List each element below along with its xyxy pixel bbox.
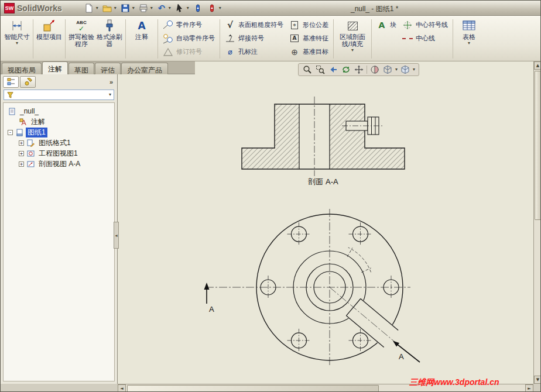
area-hatch-caret[interactable] xyxy=(351,48,354,53)
standard-views-caret[interactable] xyxy=(413,67,415,72)
tab-view-layout[interactable]: 视图布局 xyxy=(2,63,42,74)
print-caret[interactable] xyxy=(150,6,153,11)
vertical-scrollbar[interactable] xyxy=(533,61,541,384)
tree-filter-combo[interactable] xyxy=(4,90,114,100)
drawing-canvas[interactable]: 剖面 A-A xyxy=(118,74,533,384)
standard-views-button[interactable] xyxy=(400,64,410,75)
smart-dimension-button[interactable]: 智能尺寸 xyxy=(3,18,31,60)
undo-caret[interactable] xyxy=(169,6,171,11)
graphics-viewport[interactable]: 剖面 A-A xyxy=(118,61,533,384)
table-caret[interactable] xyxy=(468,41,470,46)
save-button[interactable] xyxy=(118,2,132,15)
revision-symbol-button[interactable]: 修订符号 xyxy=(160,45,218,59)
section-view-tree-icon xyxy=(26,160,35,168)
open-button[interactable] xyxy=(100,2,114,15)
horizontal-scroll-thumb[interactable] xyxy=(127,385,379,392)
new-document-button[interactable] xyxy=(82,2,96,15)
display-style-button[interactable] xyxy=(382,64,393,75)
command-manager-tabs: 视图布局 注解 草图 评估 办公室产品 xyxy=(2,61,169,74)
datum-feature-label: 基准特征 xyxy=(303,34,328,43)
scroll-right-button[interactable] xyxy=(525,384,533,392)
model-items-icon xyxy=(42,18,56,33)
tab-annotation[interactable]: 注解 xyxy=(42,61,68,74)
weld-symbol-button[interactable]: 焊接符号 xyxy=(222,32,286,45)
view-settings-button[interactable] xyxy=(191,2,205,15)
rebuild-button[interactable] xyxy=(205,2,219,15)
select-button[interactable] xyxy=(173,2,187,15)
tab-evaluate[interactable]: 评估 xyxy=(95,63,121,74)
datum-feature-icon xyxy=(290,35,299,42)
open-caret[interactable] xyxy=(114,6,117,11)
save-icon xyxy=(121,4,130,13)
tree-expand-toggle[interactable] xyxy=(19,161,24,167)
table-label: 表格 xyxy=(463,33,475,40)
auto-balloon-button[interactable]: 自动零件序号 xyxy=(160,32,218,45)
section-view-button[interactable] xyxy=(369,64,380,75)
tab-office-products[interactable]: 办公室产品 xyxy=(121,63,168,74)
tree-expand-toggle[interactable] xyxy=(19,151,24,156)
ribbon-separator xyxy=(220,19,220,59)
center-mark-button[interactable]: 中心符号线 xyxy=(399,18,451,32)
new-document-caret[interactable] xyxy=(96,6,98,11)
undo-button[interactable] xyxy=(155,2,169,15)
tree-item-drawing-view[interactable]: 工程图视图1 xyxy=(5,148,113,159)
scroll-down-button[interactable] xyxy=(534,376,541,384)
block-button[interactable]: 块 xyxy=(374,18,399,32)
display-style-caret[interactable] xyxy=(395,67,398,72)
feature-manager-tab[interactable] xyxy=(3,76,19,88)
select-caret[interactable] xyxy=(187,6,189,11)
tree-item-section-view[interactable]: 剖面视图 A-A xyxy=(5,159,113,169)
pan-button[interactable] xyxy=(354,64,364,75)
smart-dimension-caret[interactable] xyxy=(16,41,18,46)
rotate-view-icon xyxy=(341,65,351,74)
section-view-drawing[interactable]: 剖面 A-A xyxy=(242,97,405,186)
centerline-button[interactable]: 中心线 xyxy=(399,32,451,45)
panel-expand-chevron[interactable] xyxy=(108,78,114,85)
rotate-view-button[interactable] xyxy=(341,64,351,75)
note-button[interactable]: 注释 xyxy=(128,18,156,60)
spell-checker-button[interactable]: ABC 拼写检验程序 xyxy=(67,18,95,60)
model-items-button[interactable]: 模型项目 xyxy=(35,18,63,60)
scrollbar-corner xyxy=(533,384,541,392)
tree-expand-toggle[interactable] xyxy=(19,140,24,146)
panel-splitter-handle[interactable] xyxy=(114,222,119,249)
hole-callout-button[interactable]: 孔标注 xyxy=(222,45,286,59)
table-button[interactable]: 表格 xyxy=(455,18,483,60)
weld-symbol-icon xyxy=(225,33,235,44)
geometric-tolerance-button[interactable]: 形位公差 xyxy=(286,18,331,32)
previous-view-button[interactable] xyxy=(328,64,338,75)
property-manager-tab[interactable] xyxy=(20,76,36,88)
datum-target-button[interactable]: 基准目标 xyxy=(286,45,331,59)
scroll-left-button[interactable] xyxy=(118,384,126,392)
feature-manager-panel: _null_ 注解 图纸1 图纸格式1 xyxy=(1,74,118,384)
zoom-fit-button[interactable] xyxy=(302,64,313,75)
surface-finish-label: 表面粗糙度符号 xyxy=(238,20,283,29)
scroll-up-button[interactable] xyxy=(534,61,541,70)
tree-item-sheet-format[interactable]: 图纸格式1 xyxy=(5,137,113,148)
datum-target-label: 基准目标 xyxy=(303,47,328,56)
circular-view-drawing[interactable]: A A xyxy=(204,209,420,367)
tab-sketch[interactable]: 草图 xyxy=(69,63,94,74)
drawing-view-icon xyxy=(26,149,35,157)
surface-finish-button[interactable]: 表面粗糙度符号 xyxy=(222,18,286,32)
tree-item-sheet1[interactable]: 图纸1 xyxy=(5,127,113,137)
ribbon-separator xyxy=(333,19,334,59)
tree-annotations-label: 注解 xyxy=(29,117,47,127)
tree-item-root[interactable]: _null_ xyxy=(5,106,113,116)
area-hatch-button[interactable]: 区域剖面线/填充 xyxy=(335,18,369,60)
save-caret[interactable] xyxy=(132,6,135,11)
rebuild-caret[interactable] xyxy=(219,6,221,11)
datum-feature-button[interactable]: 基准特征 xyxy=(286,32,331,45)
vertical-scroll-thumb[interactable] xyxy=(535,71,541,220)
tree-item-annotations[interactable]: 注解 xyxy=(5,116,113,127)
balloon-group: 零件序号 自动零件序号 修订符号 xyxy=(160,18,218,60)
geometric-tolerance-icon xyxy=(291,21,298,29)
filter-caret[interactable] xyxy=(109,92,111,97)
ribbon-separator xyxy=(453,19,453,59)
format-painter-button[interactable]: 格式涂刷器 xyxy=(95,18,124,60)
sheet-icon xyxy=(15,128,23,136)
print-button[interactable] xyxy=(136,2,150,15)
zoom-area-button[interactable] xyxy=(315,64,326,75)
balloon-button[interactable]: 零件序号 xyxy=(160,18,218,32)
tree-collapse-toggle[interactable] xyxy=(8,130,13,135)
